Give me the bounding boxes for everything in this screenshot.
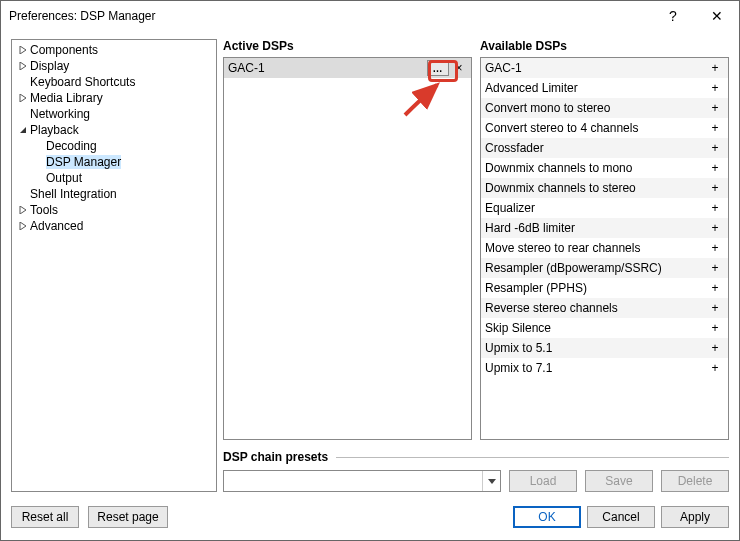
add-dsp-button[interactable]: + [706, 282, 724, 294]
cancel-button[interactable]: Cancel [587, 506, 655, 528]
add-dsp-button[interactable]: + [706, 322, 724, 334]
dsp-name-label: GAC-1 [228, 61, 427, 75]
tree-item-label: Media Library [30, 91, 103, 105]
preferences-window: Preferences: DSP Manager ? ✕ ComponentsD… [0, 0, 740, 541]
add-dsp-button[interactable]: + [706, 122, 724, 134]
available-dsp-row[interactable]: GAC-1+ [481, 58, 728, 78]
available-dsp-row[interactable]: Skip Silence+ [481, 318, 728, 338]
delete-preset-button[interactable]: Delete [661, 470, 729, 492]
save-preset-button[interactable]: Save [585, 470, 653, 492]
presets-heading: DSP chain presets [223, 450, 328, 464]
add-dsp-button[interactable]: + [706, 222, 724, 234]
add-dsp-button[interactable]: + [706, 362, 724, 374]
dsp-name-label: Downmix channels to stereo [485, 181, 706, 195]
dsp-name-label: Resampler (PPHS) [485, 281, 706, 295]
available-dsp-row[interactable]: Equalizer+ [481, 198, 728, 218]
context-help-button[interactable]: ? [651, 1, 695, 31]
available-dsp-row[interactable]: Convert stereo to 4 channels+ [481, 118, 728, 138]
add-dsp-button[interactable]: + [706, 102, 724, 114]
available-dsp-row[interactable]: Upmix to 5.1+ [481, 338, 728, 358]
tree-item[interactable]: Shell Integration [12, 186, 216, 202]
remove-dsp-button[interactable]: × [451, 61, 467, 75]
add-dsp-button[interactable]: + [706, 142, 724, 154]
available-dsp-row[interactable]: Hard -6dB limiter+ [481, 218, 728, 238]
dsp-name-label: Skip Silence [485, 321, 706, 335]
tree-item[interactable]: Components [12, 42, 216, 58]
dsp-name-label: Resampler (dBpoweramp/SSRC) [485, 261, 706, 275]
load-preset-button[interactable]: Load [509, 470, 577, 492]
svg-marker-2 [20, 94, 26, 102]
active-dsp-row[interactable]: GAC-1…× [224, 58, 471, 78]
available-dsps-heading: Available DSPs [480, 39, 729, 53]
tree-item[interactable]: Networking [12, 106, 216, 122]
add-dsp-button[interactable]: + [706, 342, 724, 354]
chevron-right-icon[interactable] [16, 203, 30, 217]
available-dsp-row[interactable]: Upmix to 7.1+ [481, 358, 728, 378]
active-dsps-list[interactable]: GAC-1…× [223, 57, 472, 440]
svg-marker-6 [488, 479, 496, 484]
available-dsp-row[interactable]: Downmix channels to stereo+ [481, 178, 728, 198]
available-dsp-row[interactable]: Resampler (PPHS)+ [481, 278, 728, 298]
dsp-name-label: Advanced Limiter [485, 81, 706, 95]
tree-item[interactable]: Decoding [12, 138, 216, 154]
active-dsps-column: Active DSPs GAC-1…× [223, 39, 472, 440]
tree-item-label: Advanced [30, 219, 83, 233]
svg-marker-5 [20, 222, 26, 230]
svg-marker-4 [20, 206, 26, 214]
dsp-name-label: Upmix to 7.1 [485, 361, 706, 375]
close-icon: ✕ [711, 8, 723, 24]
apply-button[interactable]: Apply [661, 506, 729, 528]
add-dsp-button[interactable]: + [706, 302, 724, 314]
available-dsp-row[interactable]: Crossfader+ [481, 138, 728, 158]
tree-item[interactable]: Advanced [12, 218, 216, 234]
dsp-manager-page: Active DSPs GAC-1…× Available DSPs GAC-1… [223, 39, 729, 492]
available-dsps-list[interactable]: GAC-1+Advanced Limiter+Convert mono to s… [480, 57, 729, 440]
tree-spacer [32, 171, 46, 185]
dsp-name-label: Convert stereo to 4 channels [485, 121, 706, 135]
add-dsp-button[interactable]: + [706, 82, 724, 94]
tree-item-label: Decoding [46, 139, 97, 153]
available-dsp-row[interactable]: Reverse stereo channels+ [481, 298, 728, 318]
available-dsp-row[interactable]: Advanced Limiter+ [481, 78, 728, 98]
available-dsp-row[interactable]: Downmix channels to mono+ [481, 158, 728, 178]
configure-dsp-button[interactable]: … [427, 60, 449, 76]
add-dsp-button[interactable]: + [706, 162, 724, 174]
add-dsp-button[interactable]: + [706, 182, 724, 194]
add-dsp-button[interactable]: + [706, 202, 724, 214]
tree-item[interactable]: Media Library [12, 90, 216, 106]
tree-spacer [16, 75, 30, 89]
available-dsp-row[interactable]: Convert mono to stereo+ [481, 98, 728, 118]
available-dsp-row[interactable]: Move stereo to rear channels+ [481, 238, 728, 258]
reset-page-button[interactable]: Reset page [88, 506, 167, 528]
reset-all-button[interactable]: Reset all [11, 506, 79, 528]
active-dsps-heading: Active DSPs [223, 39, 472, 53]
dsp-name-label: Equalizer [485, 201, 706, 215]
dsp-name-label: Reverse stereo channels [485, 301, 706, 315]
chevron-right-icon[interactable] [16, 59, 30, 73]
window-close-button[interactable]: ✕ [695, 1, 739, 31]
chevron-right-icon[interactable] [16, 43, 30, 57]
add-dsp-button[interactable]: + [706, 62, 724, 74]
tree-item-label: Networking [30, 107, 90, 121]
preferences-tree[interactable]: ComponentsDisplayKeyboard ShortcutsMedia… [11, 39, 217, 492]
chevron-down-icon[interactable] [16, 123, 30, 137]
ok-button[interactable]: OK [513, 506, 581, 528]
dsp-name-label: Convert mono to stereo [485, 101, 706, 115]
tree-item[interactable]: Playback [12, 122, 216, 138]
title-bar: Preferences: DSP Manager ? ✕ [1, 1, 739, 31]
tree-item-label: Playback [30, 123, 79, 137]
tree-item[interactable]: Display [12, 58, 216, 74]
available-dsp-row[interactable]: Resampler (dBpoweramp/SSRC)+ [481, 258, 728, 278]
preset-combo[interactable] [223, 470, 501, 492]
tree-item[interactable]: DSP Manager [12, 154, 216, 170]
add-dsp-button[interactable]: + [706, 262, 724, 274]
add-dsp-button[interactable]: + [706, 242, 724, 254]
tree-spacer [32, 139, 46, 153]
dialog-footer: Reset all Reset page OK Cancel Apply [11, 506, 729, 528]
tree-item[interactable]: Output [12, 170, 216, 186]
chevron-right-icon[interactable] [16, 91, 30, 105]
tree-item[interactable]: Keyboard Shortcuts [12, 74, 216, 90]
chevron-right-icon[interactable] [16, 219, 30, 233]
dsp-name-label: Upmix to 5.1 [485, 341, 706, 355]
tree-item[interactable]: Tools [12, 202, 216, 218]
